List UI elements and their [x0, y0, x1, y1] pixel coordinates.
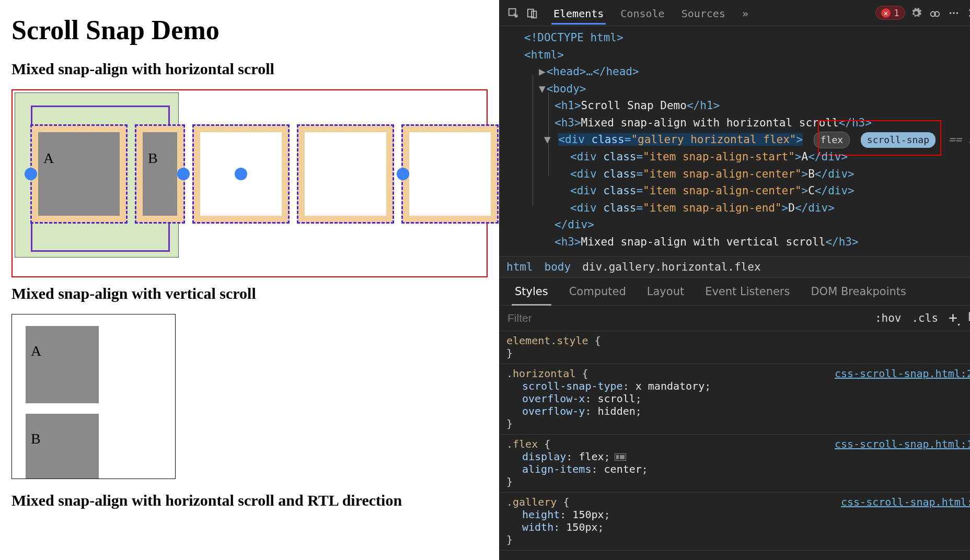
error-count: 1: [894, 7, 899, 18]
dom-node[interactable]: <head>…</head>: [547, 65, 639, 78]
gallery-item-label: B: [143, 132, 177, 216]
dom-node[interactable]: <!DOCTYPE html>: [524, 31, 623, 44]
flex-badge[interactable]: flex: [814, 132, 850, 148]
device-toolbar-icon[interactable]: [524, 5, 540, 21]
gallery-item[interactable]: [192, 124, 290, 224]
close-devtools-icon[interactable]: [965, 5, 970, 21]
devtools-panel: Elements Console Sources » ✕ 1 <!DOCTYPE…: [499, 0, 970, 560]
section-heading-horizontal: Mixed snap-align with horizontal scroll: [11, 60, 488, 78]
snap-point-dot: [25, 168, 37, 180]
collapse-triangle-icon[interactable]: ▼: [539, 83, 546, 95]
crumb-item[interactable]: div.gallery.horizontal.flex: [582, 261, 760, 273]
page-title: Scroll Snap Demo: [11, 15, 488, 45]
tab-layout[interactable]: Layout: [637, 278, 695, 305]
vertical-gallery[interactable]: A B: [11, 314, 176, 479]
more-menu-icon[interactable]: [946, 5, 962, 21]
style-rule[interactable]: css-scroll-snap.html:12.flex {display: f…: [499, 435, 970, 493]
dom-node[interactable]: <div class="item snap-align-start">A</di…: [513, 148, 970, 166]
gallery-item[interactable]: A: [26, 326, 99, 403]
svg-point-7: [956, 12, 958, 14]
style-rule[interactable]: css-scroll-snap.html:21.horizontal {scro…: [499, 364, 970, 435]
styles-filter-input[interactable]: [506, 311, 864, 325]
devtools-main-tabs: Elements Console Sources »: [546, 2, 756, 24]
inspect-element-icon[interactable]: [505, 5, 521, 21]
devtools-highlight-overlay: A B: [11, 89, 488, 277]
tab-sources[interactable]: Sources: [674, 2, 733, 24]
collapse-triangle-icon[interactable]: ▼: [544, 133, 551, 146]
gallery-item[interactable]: B: [135, 124, 185, 224]
dom-node[interactable]: <div class="item snap-align-center">C</d…: [513, 182, 970, 200]
scroll-snap-badge[interactable]: scroll-snap: [861, 132, 936, 148]
activity-icon[interactable]: [927, 5, 943, 21]
tab-dom-breakpoints[interactable]: DOM Breakpoints: [800, 278, 917, 305]
dom-node-selected[interactable]: … ▼ <div class="gallery horizontal flex"…: [513, 131, 970, 148]
rule-source-link[interactable]: css-scroll-snap.html:12: [835, 438, 970, 450]
snap-point-dot: [235, 168, 247, 180]
tab-computed[interactable]: Computed: [559, 278, 637, 305]
cls-toggle[interactable]: .cls: [911, 312, 938, 324]
styles-tabs: Styles Computed Layout Event Listeners D…: [499, 278, 970, 306]
section-heading-vertical: Mixed snap-align with vertical scroll: [11, 285, 488, 302]
computed-panel-toggle-icon[interactable]: [968, 311, 970, 325]
dom-breadcrumb[interactable]: html body div.gallery.horizontal.flex: [499, 256, 970, 278]
dom-node[interactable]: <h3>Mixed snap-align with horizontal scr…: [513, 114, 970, 132]
flex-editor-icon[interactable]: [615, 453, 626, 461]
style-rule[interactable]: css-scroll-snap.html:6.gallery {height: …: [499, 493, 970, 551]
snap-point-dot: [397, 168, 409, 180]
gallery-item-label: [409, 132, 491, 216]
gallery-item-label: A: [38, 132, 120, 216]
dom-node[interactable]: <h3>Mixed snap-align with vertical scrol…: [513, 234, 970, 251]
hov-toggle[interactable]: :hov: [875, 312, 902, 324]
error-icon: ✕: [881, 8, 891, 18]
gallery-item[interactable]: [401, 124, 499, 224]
dom-node[interactable]: <div class="item snap-align-end">D</div>: [513, 200, 970, 217]
selected-node-ref: == $0: [949, 133, 970, 146]
svg-point-6: [953, 12, 955, 14]
settings-gear-icon[interactable]: [908, 5, 924, 21]
tab-event-listeners[interactable]: Event Listeners: [695, 278, 800, 305]
error-count-badge[interactable]: ✕ 1: [875, 6, 905, 20]
gallery-item[interactable]: [297, 124, 394, 224]
crumb-item[interactable]: html: [506, 261, 533, 273]
styles-filter-row: :hov .cls +▾: [499, 306, 970, 331]
tab-console[interactable]: Console: [613, 2, 672, 24]
gallery-item[interactable]: B: [26, 414, 99, 479]
dom-node[interactable]: <html>: [524, 49, 564, 61]
gallery-items-row: A B: [30, 122, 499, 226]
tabs-overflow-icon[interactable]: »: [965, 284, 970, 299]
dom-node[interactable]: <div class="item snap-align-center">B</d…: [513, 166, 970, 183]
new-rule-button[interactable]: +▾: [949, 311, 957, 325]
gallery-item-label: [305, 132, 386, 216]
svg-point-5: [950, 12, 952, 14]
snap-point-dot: [177, 168, 190, 180]
tab-elements[interactable]: Elements: [546, 2, 611, 24]
rendered-page: Scroll Snap Demo Mixed snap-align with h…: [0, 0, 499, 560]
dom-tree[interactable]: <!DOCTYPE html> <html> ▶<head>…</head> ▼…: [499, 26, 970, 256]
dom-node[interactable]: <body>: [547, 83, 586, 95]
expand-triangle-icon[interactable]: ▶: [539, 65, 546, 78]
rule-source-link[interactable]: css-scroll-snap.html:6: [841, 496, 970, 508]
style-rules-list[interactable]: element.style {}css-scroll-snap.html:21.…: [499, 331, 970, 561]
gallery-item[interactable]: A: [30, 124, 128, 224]
tab-styles[interactable]: Styles: [504, 278, 559, 305]
dom-node[interactable]: </div>: [555, 218, 594, 231]
section-heading-rtl: Mixed snap-align with horizontal scroll …: [11, 492, 488, 509]
tabs-overflow[interactable]: »: [735, 2, 756, 24]
svg-rect-1: [528, 9, 534, 17]
style-rule[interactable]: element.style {}: [499, 331, 970, 364]
devtools-toolbar: Elements Console Sources » ✕ 1: [499, 0, 970, 26]
rule-source-link[interactable]: css-scroll-snap.html:21: [835, 367, 970, 380]
dom-node[interactable]: <h1>Scroll Snap Demo</h1>: [513, 97, 970, 114]
crumb-item[interactable]: body: [545, 261, 571, 273]
